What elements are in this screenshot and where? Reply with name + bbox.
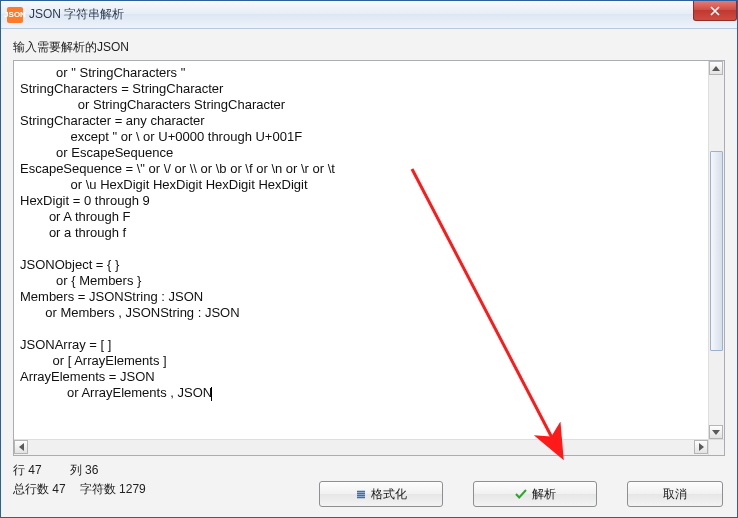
titlebar[interactable]: JSON JSON 字符串解析 bbox=[1, 1, 737, 29]
dialog-window: JSON JSON 字符串解析 输入需要解析的JSON or " StringC… bbox=[0, 0, 738, 518]
format-icon: ≣ bbox=[356, 487, 366, 501]
close-button[interactable] bbox=[693, 1, 737, 21]
chars-label: 字符数 bbox=[80, 482, 116, 496]
col-value: 36 bbox=[85, 463, 98, 477]
window-title: JSON 字符串解析 bbox=[29, 6, 124, 23]
input-label: 输入需要解析的JSON bbox=[13, 39, 725, 56]
format-button-label: 格式化 bbox=[371, 486, 407, 503]
scroll-right-button[interactable] bbox=[694, 440, 708, 454]
total-lines-value: 47 bbox=[52, 482, 65, 496]
status-row-1: 行 47 列 36 bbox=[13, 462, 725, 479]
line-value: 47 bbox=[28, 463, 41, 477]
chevron-up-icon bbox=[712, 66, 720, 71]
json-input-container: or " StringCharacters " StringCharacters… bbox=[13, 60, 725, 456]
char-count: 字符数 1279 bbox=[80, 481, 146, 498]
total-lines: 总行数 47 bbox=[13, 481, 66, 498]
scroll-left-button[interactable] bbox=[14, 440, 28, 454]
json-input-text: or " StringCharacters " StringCharacters… bbox=[20, 65, 335, 400]
chars-value: 1279 bbox=[119, 482, 146, 496]
cursor-line: 行 47 bbox=[13, 462, 42, 479]
check-icon bbox=[515, 488, 527, 500]
text-caret bbox=[211, 387, 212, 401]
scroll-down-button[interactable] bbox=[709, 425, 723, 439]
chevron-down-icon bbox=[712, 430, 720, 435]
close-icon bbox=[710, 6, 720, 16]
cancel-button[interactable]: 取消 bbox=[627, 481, 723, 507]
total-lines-label: 总行数 bbox=[13, 482, 49, 496]
client-area: 输入需要解析的JSON or " StringCharacters " Stri… bbox=[1, 29, 737, 517]
app-icon: JSON bbox=[7, 7, 23, 23]
scroll-up-button[interactable] bbox=[709, 61, 723, 75]
cursor-col: 列 36 bbox=[70, 462, 99, 479]
button-row: ≣ 格式化 解析 取消 bbox=[319, 481, 723, 507]
parse-button[interactable]: 解析 bbox=[473, 481, 597, 507]
horizontal-scrollbar[interactable] bbox=[14, 439, 708, 455]
format-button[interactable]: ≣ 格式化 bbox=[319, 481, 443, 507]
json-input[interactable]: or " StringCharacters " StringCharacters… bbox=[14, 61, 708, 439]
parse-button-label: 解析 bbox=[532, 486, 556, 503]
chevron-left-icon bbox=[19, 443, 24, 451]
vertical-scroll-thumb[interactable] bbox=[710, 151, 723, 351]
scroll-corner bbox=[708, 439, 724, 455]
line-label: 行 bbox=[13, 463, 25, 477]
cancel-button-label: 取消 bbox=[663, 486, 687, 503]
vertical-scrollbar[interactable] bbox=[708, 61, 724, 439]
col-label: 列 bbox=[70, 463, 82, 477]
chevron-right-icon bbox=[699, 443, 704, 451]
